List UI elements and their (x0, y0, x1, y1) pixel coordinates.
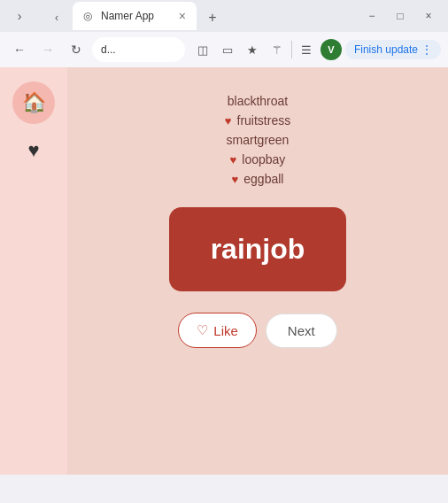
name-label-5: eggball (243, 172, 283, 186)
name-item-2: ♥ fruitstress (225, 113, 290, 128)
sidebar: 🏠 ♥ (0, 67, 67, 475)
main-name-display: rainjob (211, 233, 305, 266)
chevron-left-icon: ‹ (55, 12, 58, 24)
heart-icon: ♥ (27, 139, 39, 161)
next-button[interactable]: Next (266, 313, 337, 348)
heart-icon-4: ♥ (230, 153, 237, 166)
divider (291, 41, 292, 58)
tab-close-icon[interactable]: × (179, 10, 186, 22)
title-bar: › ‹ ◎ Namer App × + − □ × (0, 0, 448, 32)
name-label-4: loopbay (242, 152, 285, 166)
name-item-4: ♥ loopbay (230, 152, 286, 166)
favorites-button[interactable]: ♥ (18, 135, 50, 166)
like-button[interactable]: ♡ Like (178, 313, 257, 348)
tab-list-button[interactable]: › (7, 4, 32, 28)
profile-letter: V (328, 44, 334, 55)
nav-bar: ← → ↻ d... ◫ ▭ ★ ⚚ ☰ V Finish update ⋮ (0, 32, 448, 67)
like-heart-icon: ♡ (197, 322, 208, 338)
refresh-button[interactable]: ↻ (64, 37, 89, 62)
profile-avatar[interactable]: V (321, 39, 342, 60)
close-button[interactable]: × (416, 7, 441, 25)
active-tab[interactable]: ◎ Namer App × (73, 2, 197, 30)
home-icon: 🏠 (22, 91, 46, 114)
tab-title: Namer App (101, 10, 154, 22)
sidebar-button[interactable]: ☰ (296, 39, 317, 60)
browser-chrome: › ‹ ◎ Namer App × + − □ × ← → ↻ d... ◫ (0, 0, 448, 67)
address-text: d... (101, 43, 116, 56)
tab-favicon-icon: ◎ (83, 10, 96, 22)
content-area: blackthroat ♥ fruitstress smartgreen ♥ l… (67, 67, 448, 475)
heart-icon-2: ♥ (225, 114, 232, 128)
address-bar[interactable]: d... (92, 37, 185, 62)
address-icons: ◫ ▭ ★ ⚚ ☰ V Finish update ⋮ (192, 39, 441, 60)
name-list: blackthroat ♥ fruitstress smartgreen ♥ l… (225, 94, 290, 186)
tab-bar: ‹ ◎ Namer App × + (37, 2, 232, 30)
name-item-3: smartgreen (227, 133, 290, 147)
cast-button[interactable]: ▭ (217, 39, 238, 60)
maximize-button[interactable]: □ (388, 7, 413, 25)
main-name-bold: job (262, 233, 305, 265)
heart-icon-5: ♥ (232, 173, 239, 186)
bookmark-button[interactable]: ★ (242, 39, 263, 60)
name-item-5: ♥ eggball (232, 172, 284, 186)
new-tab-button[interactable]: + (200, 5, 225, 30)
window-controls: › (7, 4, 32, 28)
extensions-button[interactable]: ◫ (192, 39, 213, 60)
next-label: Next (288, 323, 315, 338)
menu-icon: ⋮ (421, 43, 432, 56)
back-button[interactable]: ← (7, 37, 32, 62)
main-layout: 🏠 ♥ blackthroat ♥ fruitstress smartgreen… (0, 67, 448, 475)
like-label: Like (213, 323, 238, 338)
main-name-prefix: rain (211, 233, 263, 265)
action-buttons: ♡ Like Next (178, 313, 336, 348)
new-tab-button[interactable]: ‹ (44, 5, 69, 30)
minimize-button[interactable]: − (359, 7, 384, 25)
finish-update-button[interactable]: Finish update ⋮ (345, 40, 441, 59)
finish-update-label: Finish update (354, 43, 418, 56)
name-item-1: blackthroat (228, 94, 288, 108)
name-label-2: fruitstress (237, 113, 291, 128)
main-name-card: rainjob (169, 207, 346, 291)
home-button[interactable]: 🏠 (12, 81, 55, 124)
puzzle-button[interactable]: ⚚ (266, 39, 288, 60)
forward-button[interactable]: → (35, 37, 60, 62)
